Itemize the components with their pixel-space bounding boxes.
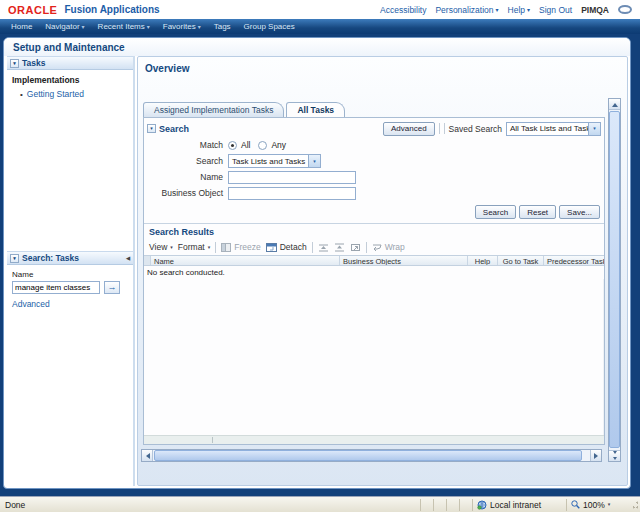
menubar-item-tags[interactable]: Tags <box>214 22 231 31</box>
scrollbar-track[interactable] <box>153 450 590 461</box>
global-header: ORACLE Fusion Applications Accessibility… <box>0 0 640 19</box>
collapse-arrow-icon[interactable]: ◀ <box>126 255 130 261</box>
freeze-button: Freeze <box>221 242 260 252</box>
page-background: Setup and Maintenance ▾ Tasks Implementa… <box>0 34 640 496</box>
tasks-panel-title: Tasks <box>22 58 45 68</box>
chevron-down-icon: ▾ <box>208 245 211 250</box>
main-panel: Overview Assigned Implementation Tasks A… <box>137 56 628 486</box>
advanced-button[interactable]: Advanced <box>383 122 435 136</box>
workspace: ▾ Tasks Implementations • Getting Starte… <box>4 56 630 488</box>
match-label: Match <box>161 140 223 150</box>
results-table-body <box>144 279 604 435</box>
getting-started-link[interactable]: Getting Started <box>27 89 84 99</box>
scrollbar-thumb[interactable] <box>609 111 620 448</box>
disclosure-icon[interactable]: ▾ <box>10 59 19 68</box>
resize-grip[interactable] <box>631 499 640 511</box>
show-as-top-icon <box>350 243 361 252</box>
zoom-control[interactable]: 100% ▾ <box>566 499 640 511</box>
search-results-section: Search Results View ▾ Format ▾ <box>144 223 604 444</box>
menubar-item-favorites[interactable]: Favorites▾ <box>163 22 201 31</box>
go-button[interactable]: → <box>104 281 120 294</box>
tab-assigned-implementation-tasks[interactable]: Assigned Implementation Tasks <box>143 102 284 117</box>
horizontal-scrollbar[interactable] <box>141 449 602 462</box>
save-button[interactable]: Save... <box>559 205 600 219</box>
detach-icon <box>266 243 277 252</box>
divider <box>366 242 367 253</box>
wrap-icon <box>372 243 382 252</box>
personalization-label: Personalization <box>435 5 493 15</box>
go-up-icon <box>318 243 329 252</box>
security-zone: Local intranet <box>472 499 566 511</box>
tab-all-tasks[interactable]: All Tasks <box>286 102 345 117</box>
dropdown-button[interactable]: ▾ <box>588 123 600 135</box>
scrollbar-track[interactable] <box>609 110 620 450</box>
chevron-down-icon: ▾ <box>313 159 316 164</box>
scrollbar-thumb[interactable] <box>154 450 582 461</box>
menubar-item-recent-items[interactable]: Recent Items▾ <box>98 22 150 31</box>
list-item: • Getting Started <box>12 89 128 99</box>
help-menu[interactable]: Help ▾ <box>508 5 531 15</box>
task-search-input[interactable] <box>12 281 100 294</box>
status-segment <box>459 499 472 511</box>
sidebar: ▾ Tasks Implementations • Getting Starte… <box>7 56 135 486</box>
personalization-menu[interactable]: Personalization ▾ <box>435 5 498 15</box>
match-any-label: Any <box>271 140 286 150</box>
name-field-label: Name <box>12 270 128 279</box>
disclosure-icon[interactable]: ▾ <box>10 254 19 263</box>
saved-search-select[interactable]: All Task Lists and Tasks ▾ <box>506 122 601 136</box>
chevron-down-icon: ▾ <box>608 502 611 507</box>
scroll-right-button[interactable] <box>590 450 601 461</box>
search-tasks-panel-body: Name → Advanced <box>7 265 133 312</box>
accessibility-link[interactable]: Accessibility <box>380 5 426 15</box>
go-to-top-icon <box>334 243 345 252</box>
arrow-down-icon <box>613 451 617 456</box>
search-button[interactable]: Search <box>475 205 516 219</box>
menubar-item-navigator[interactable]: Navigator▾ <box>45 22 84 31</box>
app-title: Fusion Applications <box>64 4 159 15</box>
column-header-help[interactable]: Help <box>468 256 498 265</box>
match-all-radio[interactable] <box>228 141 237 150</box>
implementations-label: Implementations <box>12 75 128 85</box>
menubar-item-group-spaces[interactable]: Group Spaces <box>244 22 295 31</box>
divider <box>215 242 216 253</box>
dropdown-button[interactable]: ▾ <box>308 155 320 167</box>
tasks-panel-header[interactable]: ▾ Tasks <box>7 56 133 70</box>
arrow-right-icon <box>594 453 601 459</box>
chevron-down-icon: ▾ <box>593 126 596 131</box>
scroll-up-button[interactable] <box>609 99 620 110</box>
zoom-level: 100% <box>583 500 605 510</box>
menubar: Home Navigator▾ Recent Items▾ Favorites▾… <box>0 19 640 34</box>
view-menu[interactable]: View ▾ <box>149 242 173 252</box>
column-header-predecessor-tasks[interactable]: Predecessor Tasks <box>544 256 604 265</box>
scroll-down-button[interactable] <box>609 450 620 461</box>
advanced-search-link[interactable]: Advanced <box>12 299 50 309</box>
name-input[interactable] <box>228 171 356 184</box>
column-header-name[interactable]: Name <box>151 256 340 265</box>
zoom-icon <box>571 500 580 509</box>
search-tasks-panel-header[interactable]: ▾ Search: Tasks ◀ <box>7 251 133 265</box>
status-text: Done <box>0 500 25 510</box>
status-segment <box>446 499 459 511</box>
chevron-down-icon: ▾ <box>82 24 85 30</box>
sign-out-link[interactable]: Sign Out <box>539 5 572 15</box>
reset-button[interactable]: Reset <box>519 205 556 219</box>
column-header-business-objects[interactable]: Business Objects <box>340 256 468 265</box>
search-type-select[interactable]: Task Lists and Tasks ▾ <box>228 154 321 168</box>
disclosure-icon[interactable]: ▾ <box>147 124 156 133</box>
divider <box>439 123 440 134</box>
menubar-item-home[interactable]: Home <box>11 22 32 31</box>
format-menu[interactable]: Format ▾ <box>178 242 210 252</box>
column-header-go-to-task[interactable]: Go to Task <box>498 256 544 265</box>
name-field-label: Name <box>161 172 223 182</box>
username: PIMQA <box>581 5 609 15</box>
vertical-scrollbar[interactable] <box>608 98 621 462</box>
divider <box>312 242 313 253</box>
results-toolbar: View ▾ Format ▾ Freeze <box>144 239 604 255</box>
scroll-left-button[interactable] <box>142 450 153 461</box>
match-any-radio[interactable] <box>258 141 267 150</box>
business-object-input[interactable] <box>228 187 356 200</box>
divider <box>212 437 213 443</box>
detach-button[interactable]: Detach <box>266 242 307 252</box>
browser-status-bar: Done Local intranet 100% ▾ <box>0 496 640 512</box>
page-title: Setup and Maintenance <box>4 38 630 56</box>
